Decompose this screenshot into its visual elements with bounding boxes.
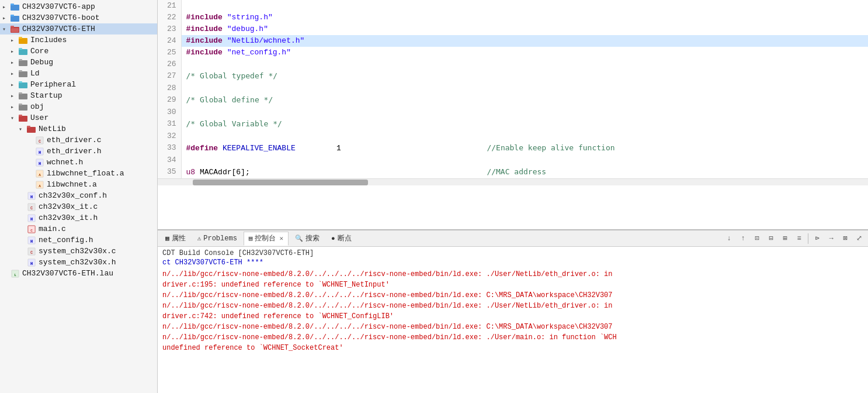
folder-core-icon — [19, 47, 28, 56]
line-content[interactable]: #include "NetLib/wchnet.h" — [181, 35, 868, 47]
sidebar-item-eth_driver_h[interactable]: Heth_driver.h — [0, 146, 157, 157]
panel-tab-search[interactable]: 🔍搜索 — [290, 232, 325, 246]
toolbar-button-9[interactable]: ⊠ — [839, 232, 852, 245]
tab-close-icon[interactable]: ✕ — [279, 235, 283, 242]
sidebar-item-label: eth_driver.h — [47, 147, 102, 156]
toolbar-button-1[interactable]: ↑ — [737, 232, 749, 245]
line-number: 21 — [158, 0, 181, 12]
sidebar-item-core[interactable]: Core — [0, 46, 157, 57]
toolbar-button-4[interactable]: ⊞ — [779, 232, 791, 245]
sidebar-item-label: ch32v30x_conf.h — [39, 191, 107, 200]
sidebar-item-netlib[interactable]: NetLib — [0, 123, 157, 135]
sidebar-item-label: CH32V307VCT6-ETH.lau — [22, 269, 113, 278]
sidebar-item-ch32v30x_it_h[interactable]: Hch32v30x_it.h — [0, 212, 157, 223]
toolbar-button-0[interactable]: ↓ — [723, 232, 735, 245]
sidebar-item-label: obj — [30, 102, 44, 111]
svg-rect-18 — [19, 92, 22, 94]
line-content[interactable]: #define KEEPALIVE_ENABLE 1 //Enable keep… — [181, 142, 868, 154]
svg-rect-12 — [19, 59, 22, 61]
sidebar-item-user[interactable]: User — [0, 112, 157, 123]
panel-tab-problems[interactable]: ⚠Problems — [192, 232, 242, 246]
panel-tab-breakpoints[interactable]: ●断点 — [326, 232, 357, 246]
editor-area: 21 22#include "string.h"23#include "debu… — [158, 0, 868, 393]
line-content[interactable]: /* Global Variable */ — [181, 118, 868, 130]
sidebar-item-peripheral[interactable]: Peripheral — [0, 79, 157, 90]
svg-rect-11 — [19, 60, 27, 66]
chevron-icon — [11, 81, 18, 88]
toolbar-button-3[interactable]: ⊟ — [765, 232, 777, 245]
line-content[interactable]: #include "debug.h" — [181, 23, 868, 35]
line-number: 35 — [158, 166, 181, 178]
chevron-icon — [27, 170, 34, 177]
sidebar-item-ch32v30x_conf[interactable]: Hch32v30x_conf.h — [0, 190, 157, 201]
sidebar-item-includes[interactable]: Includes — [0, 35, 157, 46]
line-content[interactable] — [181, 154, 868, 166]
sidebar-item-label: Ld — [30, 69, 40, 78]
scrollbar-thumb[interactable] — [193, 180, 368, 185]
folder-project-icon — [11, 3, 20, 11]
svg-text:H: H — [30, 261, 33, 266]
toolbar-button-2[interactable]: ⊡ — [751, 232, 763, 245]
line-content[interactable]: #include "string.h" — [181, 12, 868, 23]
sidebar-item-main_c[interactable]: Cmain.c — [0, 223, 157, 235]
svg-rect-2 — [11, 16, 19, 22]
sidebar-item-label: Core — [30, 47, 48, 56]
chevron-icon — [19, 259, 26, 266]
sidebar-item-debug[interactable]: Debug — [0, 57, 157, 68]
code-token — [223, 13, 227, 22]
sidebar-item-system_ch32v30x_h[interactable]: Hsystem_ch32v30x.h — [0, 257, 157, 268]
sidebar-item-label: Debug — [30, 58, 53, 67]
line-content[interactable]: /* Global typedef */ — [181, 70, 868, 82]
console-line: n/../lib/gcc/riscv-none-embed/8.2.0/../.… — [162, 332, 863, 343]
sidebar-item-ch32v307vct6-app[interactable]: CH32V307VCT6-app — [0, 1, 157, 12]
sidebar-item-startup[interactable]: Startup — [0, 90, 157, 101]
line-content[interactable] — [181, 130, 868, 142]
chevron-icon — [19, 204, 26, 211]
sidebar-item-ch32v307vct6-boot[interactable]: CH32V307VCT6-boot — [0, 12, 157, 23]
toolbar-button-8[interactable]: → — [825, 232, 838, 245]
line-content[interactable]: u8 MACAddr[6]; //MAC address — [181, 166, 868, 178]
toolbar-button-7[interactable]: ⊳ — [811, 232, 824, 245]
sidebar-item-wchnet_h[interactable]: Hwchnet.h — [0, 157, 157, 168]
line-content[interactable] — [181, 0, 868, 12]
sidebar-item-ch32v307vct6-eth-lau[interactable]: LCH32V307VCT6-ETH.lau — [0, 268, 157, 279]
chevron-icon — [27, 159, 34, 166]
console-cmd: ct CH32V307VCT6-ETH **** — [162, 258, 863, 267]
line-content[interactable]: #include "net_config.h" — [181, 47, 868, 58]
code-view[interactable]: 21 22#include "string.h"23#include "debu… — [158, 0, 868, 229]
svg-rect-0 — [11, 5, 19, 11]
line-number: 32 — [158, 130, 181, 142]
sidebar-item-label: User — [30, 113, 48, 122]
sidebar: CH32V307VCT6-appCH32V307VCT6-bootCH32V30… — [0, 0, 158, 393]
line-content[interactable] — [181, 82, 868, 94]
file-h-icon: H — [35, 147, 44, 156]
sidebar-item-label: CH32V307VCT6-app — [22, 2, 95, 11]
svg-text:A: A — [39, 173, 41, 177]
file-c-icon: C — [27, 247, 36, 256]
toolbar-button-5[interactable]: ≡ — [793, 232, 805, 245]
panel-tab-console[interactable]: ▤控制台✕ — [244, 232, 289, 246]
sidebar-item-ld[interactable]: Ld — [0, 68, 157, 79]
line-number: 28 — [158, 82, 181, 94]
file-main-icon: C — [27, 225, 36, 233]
folder-icon — [19, 103, 28, 111]
line-content[interactable]: /* Global define */ — [181, 94, 868, 106]
line-content[interactable] — [181, 106, 868, 118]
sidebar-item-libwchnet_a[interactable]: Alibwchnet.a — [0, 179, 157, 190]
line-content[interactable] — [181, 58, 868, 70]
sidebar-item-ch32v30x_it_c[interactable]: Cch32v30x_it.c — [0, 201, 157, 212]
toolbar-button-10[interactable]: ⤢ — [853, 232, 866, 245]
code-token: "string.h" — [227, 13, 273, 22]
sidebar-item-ch32v307vct6-eth[interactable]: CH32V307VCT6-ETH — [0, 23, 157, 35]
sidebar-item-net_config_h[interactable]: Hnet_config.h — [0, 235, 157, 246]
console-title: CDT Build Console [CH32V307VCT6-ETH] — [162, 249, 863, 257]
svg-rect-17 — [19, 94, 27, 99]
sidebar-item-obj[interactable]: obj — [0, 101, 157, 112]
horizontal-scrollbar[interactable] — [158, 178, 868, 185]
panel-content[interactable]: CDT Build Console [CH32V307VCT6-ETH] ct … — [158, 247, 868, 393]
sidebar-item-system_ch32v30x_c[interactable]: Csystem_ch32v30x.c — [0, 246, 157, 257]
sidebar-item-libwchnet_float[interactable]: Alibwchnet_float.a — [0, 168, 157, 179]
svg-rect-6 — [11, 28, 19, 32]
sidebar-item-eth_driver_c[interactable]: Ceth_driver.c — [0, 135, 157, 146]
panel-tab-properties[interactable]: ▦属性 — [160, 232, 191, 246]
